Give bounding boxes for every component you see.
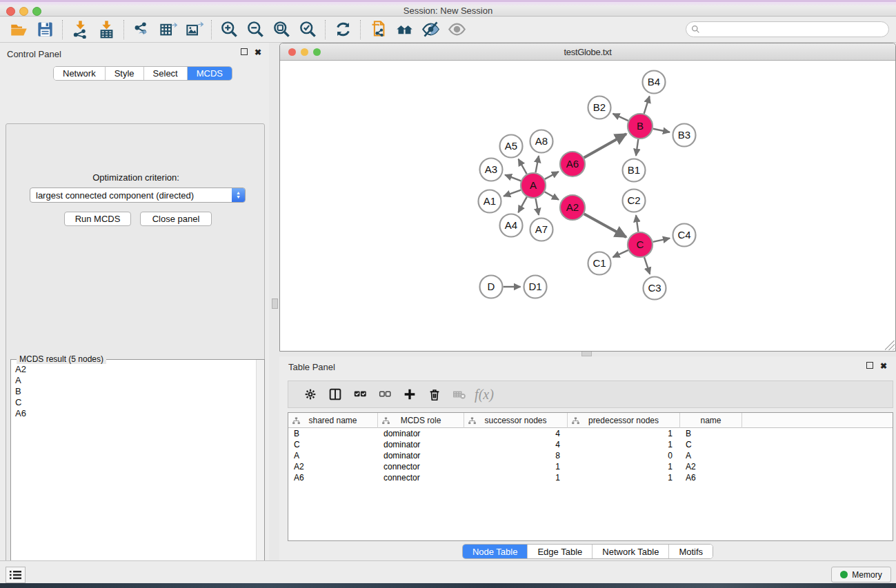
table-cell[interactable]: 4 (464, 439, 568, 450)
close-panel-icon[interactable]: ✖ (254, 48, 262, 57)
table-cell[interactable]: 1 (464, 472, 568, 483)
table-cell[interactable]: A6 (680, 472, 742, 483)
run-mcds-button[interactable]: Run MCDS (64, 212, 131, 226)
node-label-D: D (488, 281, 495, 292)
network-from-document-icon[interactable] (365, 19, 391, 41)
table-settings-gear-icon[interactable] (298, 384, 323, 405)
edge-A-A8 (536, 156, 539, 172)
home-icon[interactable] (391, 19, 417, 41)
column-header-name[interactable]: name (680, 413, 742, 428)
mcds-result-item[interactable]: C (15, 397, 255, 408)
table-cell[interactable]: B (680, 428, 742, 439)
table-row[interactable]: A2connector11A2 (288, 461, 893, 472)
memory-status-icon (840, 571, 848, 578)
tab-mcds[interactable]: MCDS (188, 67, 232, 80)
table-cell[interactable]: 1 (568, 461, 680, 472)
memory-button[interactable]: Memory (831, 567, 891, 582)
tab-network-table[interactable]: Network Table (593, 545, 669, 558)
table-cell[interactable]: dominator (378, 428, 464, 439)
zoom-out-icon[interactable] (242, 19, 268, 41)
table-cell[interactable]: C (288, 439, 378, 450)
toggle-graphics-details-icon[interactable] (417, 19, 444, 41)
table-cell[interactable]: A2 (680, 461, 742, 472)
window-resize-grip[interactable] (885, 341, 895, 350)
edge-C-C3 (644, 257, 650, 274)
deselect-all-columns-icon[interactable] (372, 384, 397, 405)
table-cell[interactable]: A6 (288, 472, 378, 483)
column-header-shared-name[interactable]: shared name (288, 413, 378, 428)
edge-A-A3 (505, 175, 521, 181)
export-table-icon[interactable] (155, 19, 181, 41)
float-panel-icon[interactable] (241, 48, 248, 55)
export-network-icon[interactable] (128, 19, 155, 41)
table-row[interactable]: Adominator80A (288, 450, 893, 461)
table-cell[interactable]: connector (378, 472, 464, 483)
tab-network[interactable]: Network (54, 67, 106, 80)
vertical-splitter-handle[interactable] (272, 298, 278, 309)
zoom-in-icon[interactable] (216, 19, 242, 41)
mcds-result-item[interactable]: A2 (15, 364, 255, 375)
table-cell[interactable]: dominator (378, 450, 464, 461)
delete-columns-icon[interactable] (422, 384, 447, 405)
table-cell[interactable]: A (680, 450, 742, 461)
horizontal-splitter-handle[interactable] (581, 351, 592, 356)
network-canvas[interactable]: B4B2BB3A5A8A6B1A3AA1C2A2A4A7C4CC1C3DD1 (280, 61, 895, 351)
open-file-icon[interactable] (6, 19, 32, 41)
table-cell[interactable]: 8 (464, 450, 568, 461)
table-cell[interactable]: A (288, 450, 378, 461)
node-label-C1: C1 (593, 257, 606, 269)
optimization-criterion-dropdown[interactable]: largest connected component (directed) ▲… (30, 187, 246, 203)
window-title: Session: New Session (0, 6, 896, 16)
search-field[interactable] (686, 21, 889, 37)
table-cell[interactable]: connector (378, 461, 464, 472)
import-table-from-file-icon[interactable] (93, 19, 119, 41)
mcds-result-item[interactable]: A (15, 375, 255, 386)
table-cell[interactable]: 1 (568, 472, 680, 483)
select-all-columns-icon[interactable] (348, 384, 372, 405)
table-cell[interactable]: 0 (568, 450, 680, 461)
edge-B-B2 (613, 114, 628, 121)
tab-select[interactable]: Select (144, 67, 188, 80)
tab-style[interactable]: Style (106, 67, 144, 80)
result-scrollbar[interactable] (256, 360, 264, 588)
column-header-predecessor-nodes[interactable]: predecessor nodes (568, 413, 680, 428)
split-panel-icon[interactable] (323, 384, 348, 405)
create-new-column-icon[interactable] (397, 384, 422, 405)
column-header-MCDS-role[interactable]: MCDS role (378, 413, 464, 428)
node-label-A5: A5 (505, 140, 517, 152)
edge-A-A6 (545, 172, 559, 179)
tab-edge-table[interactable]: Edge Table (528, 545, 593, 558)
zoom-fit-icon[interactable] (268, 19, 295, 41)
search-input[interactable] (700, 25, 888, 34)
table-cell[interactable]: 4 (464, 428, 568, 439)
table-cell[interactable]: C (680, 439, 742, 450)
node-label-C: C (637, 239, 644, 250)
mcds-result-item[interactable]: A6 (15, 408, 255, 419)
tab-motifs[interactable]: Motifs (669, 545, 713, 558)
table-cell[interactable]: dominator (378, 439, 464, 450)
table-cell[interactable]: 1 (568, 439, 680, 450)
refresh-icon[interactable] (330, 19, 356, 41)
save-session-icon[interactable] (32, 19, 58, 41)
application-window: Session: New Session Control Panel ✖ Net… (0, 0, 896, 588)
table-float-panel-icon[interactable] (866, 362, 873, 369)
import-network-from-file-icon[interactable] (67, 19, 93, 41)
tab-node-table[interactable]: Node Table (463, 545, 528, 558)
export-image-icon[interactable] (181, 19, 207, 41)
table-cell[interactable]: B (288, 428, 378, 439)
table-row[interactable]: Bdominator41B (288, 428, 893, 439)
table-cell[interactable]: 1 (464, 461, 568, 472)
table-close-panel-icon[interactable]: ✖ (879, 362, 888, 370)
task-history-button[interactable] (6, 567, 26, 583)
edge-C-C1 (613, 250, 628, 257)
table-cell[interactable]: 1 (568, 428, 680, 439)
table-cell[interactable]: A2 (288, 461, 378, 472)
mcds-result-item[interactable]: B (15, 386, 255, 397)
table-row[interactable]: A6connector11A6 (288, 472, 893, 483)
column-header-successor-nodes[interactable]: successor nodes (464, 413, 568, 428)
table-row[interactable]: Cdominator41C (288, 439, 893, 450)
close-panel-button[interactable]: Close panel (140, 212, 212, 226)
zoom-selected-icon[interactable] (295, 19, 321, 41)
node-label-C4: C4 (677, 229, 690, 241)
main-toolbar (0, 17, 896, 43)
